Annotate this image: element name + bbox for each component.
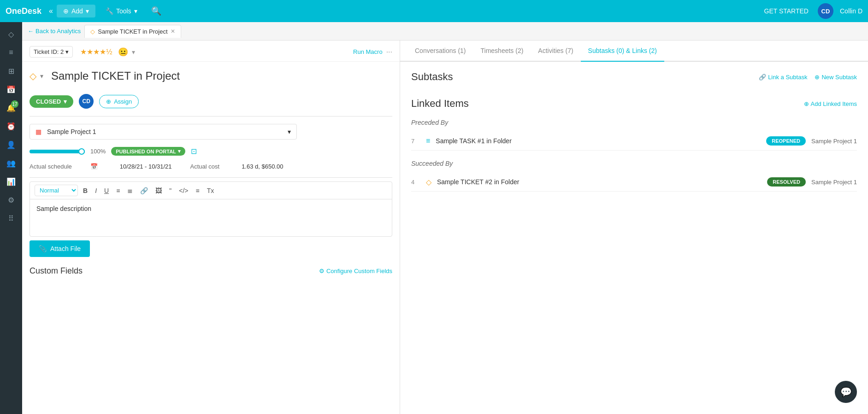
ticket-title-area: ◇ ▾ bbox=[22, 62, 400, 90]
status-button[interactable]: CLOSED ▾ bbox=[30, 95, 73, 108]
sidebar-item-apps[interactable]: ⠿ bbox=[3, 210, 19, 227]
chevron-down-icon: ▾ bbox=[65, 48, 69, 55]
project-row: ▦ Sample Project 1 ▾ bbox=[22, 120, 400, 143]
actual-cost-value: 1.63 d, $650.00 bbox=[242, 163, 283, 170]
sidebar-item-charts[interactable]: 📊 bbox=[3, 173, 19, 190]
linked-items-section: Linked Items ⊕ Add Linked Items Preceded… bbox=[411, 98, 857, 192]
plus-circle-icon: ⊕ bbox=[106, 98, 111, 105]
project-select[interactable]: ▦ Sample Project 1 ▾ bbox=[30, 124, 297, 140]
linked-items-title: Linked Items bbox=[411, 98, 469, 110]
image-button[interactable]: 🖼 bbox=[153, 186, 164, 196]
username-label: Collin D bbox=[840, 7, 862, 15]
ticket-title-input[interactable] bbox=[47, 67, 392, 85]
progress-percentage: 100% bbox=[90, 148, 106, 155]
linked-item-row: 7 ≡ Sample TASK #1 in Folder REOPENED Sa… bbox=[411, 132, 857, 151]
ticket-tab[interactable]: ◇ Sample TICKET in Project ✕ bbox=[84, 25, 181, 38]
arrow-left-icon: ← bbox=[28, 28, 34, 35]
divider-1 bbox=[30, 116, 392, 117]
star-rating[interactable]: ★★★★½ bbox=[80, 47, 112, 56]
format-select[interactable]: Normal Heading 1 Heading 2 bbox=[35, 185, 78, 196]
plus-circle-icon: ⊕ bbox=[815, 74, 820, 81]
subtask-actions: 🔗 Link a Subtask ⊕ New Subtask bbox=[759, 74, 857, 81]
list-icon: ≡ bbox=[9, 48, 13, 57]
add-button[interactable]: ⊕ Add ▾ bbox=[57, 5, 95, 17]
project-icon: ▦ bbox=[35, 128, 41, 135]
item-project: Sample Project 1 bbox=[811, 179, 857, 186]
portal-badge[interactable]: PUBLISHED ON PORTAL ▾ bbox=[111, 147, 185, 156]
progress-fill bbox=[30, 150, 85, 153]
ticket-icon: ◇ bbox=[8, 30, 14, 39]
assignee-avatar: CD bbox=[79, 94, 94, 109]
tab-conversations[interactable]: Conversations (1) bbox=[407, 41, 473, 62]
new-subtask-button[interactable]: ⊕ New Subtask bbox=[815, 74, 857, 81]
tab-activities[interactable]: Activities (7) bbox=[531, 41, 580, 62]
tools-button[interactable]: 🔧 Tools ▾ bbox=[99, 5, 144, 17]
unordered-list-button[interactable]: ≣ bbox=[125, 186, 135, 196]
progress-bar[interactable] bbox=[30, 150, 85, 153]
person-icon: 👤 bbox=[6, 140, 16, 149]
attach-file-button[interactable]: 📎 Attach File bbox=[30, 240, 90, 257]
link-button[interactable]: 🔗 bbox=[138, 186, 150, 196]
item-name: Sample TASK #1 in Folder bbox=[436, 137, 761, 145]
editor-content[interactable]: Sample description bbox=[30, 199, 392, 236]
collapse-button[interactable]: « bbox=[49, 7, 53, 15]
schedule-row: Actual schedule 📅 10/28/21 - 10/31/21 Ac… bbox=[22, 159, 400, 174]
sidebar-item-tickets[interactable]: ◇ bbox=[3, 26, 19, 42]
succeeded-by-label: Succeeded By bbox=[411, 160, 857, 167]
tab-timesheets[interactable]: Timesheets (2) bbox=[473, 41, 531, 62]
tab-close-button[interactable]: ✕ bbox=[171, 28, 175, 35]
sidebar-item-grid[interactable]: ⊞ bbox=[3, 63, 19, 79]
item-name: Sample TICKET #2 in Folder bbox=[437, 178, 762, 186]
search-button[interactable]: 🔍 bbox=[151, 6, 161, 16]
chat-button[interactable]: 💬 bbox=[835, 381, 857, 403]
underline-button[interactable]: U bbox=[102, 186, 111, 196]
ticket-id-button[interactable]: Ticket ID: 2 ▾ bbox=[30, 46, 73, 58]
chevron-down-icon: ▾ bbox=[64, 98, 67, 105]
get-started-link[interactable]: GET STARTED bbox=[764, 7, 809, 15]
italic-button[interactable]: I bbox=[93, 186, 99, 196]
chevron-down-icon[interactable]: ▾ bbox=[40, 72, 43, 80]
user-avatar[interactable]: CD bbox=[818, 3, 833, 19]
subtasks-title: Subtasks bbox=[411, 71, 453, 83]
link-subtask-button[interactable]: 🔗 Link a Subtask bbox=[759, 74, 807, 81]
ticket-actions: CLOSED ▾ CD ⊕ Assign bbox=[22, 90, 400, 112]
add-linked-items-button[interactable]: ⊕ Add Linked Items bbox=[804, 100, 857, 107]
back-to-analytics-link[interactable]: ← Back to Analytics bbox=[28, 28, 81, 35]
actual-schedule-label: Actual schedule bbox=[30, 163, 72, 170]
left-panel: Ticket ID: 2 ▾ ★★★★½ 😐 ▾ Run Macro ··· ◇… bbox=[22, 41, 400, 414]
tab-bar: ← Back to Analytics ◇ Sample TICKET in P… bbox=[22, 22, 868, 41]
quote-button[interactable]: " bbox=[167, 186, 174, 196]
preceded-by-label: Preceded By bbox=[411, 119, 857, 126]
actual-schedule-value: 10/28/21 - 10/31/21 bbox=[120, 163, 172, 170]
plus-circle-icon: ⊕ bbox=[804, 100, 809, 107]
clear-format-button[interactable]: Tx bbox=[205, 186, 217, 196]
ordered-list-button[interactable]: ≡ bbox=[114, 186, 122, 196]
sidebar-item-settings[interactable]: ⚙ bbox=[3, 192, 19, 208]
sidebar-item-notifications[interactable]: 🔔 17 bbox=[3, 99, 19, 116]
chat-icon: 💬 bbox=[840, 386, 852, 397]
tab-subtasks-links[interactable]: Subtasks (0) & Links (2) bbox=[581, 41, 664, 62]
sidebar-item-clock[interactable]: ⏰ bbox=[3, 118, 19, 134]
actual-cost-label: Actual cost bbox=[190, 163, 220, 170]
logo: OneDesk bbox=[6, 6, 41, 16]
sidebar: ◇ ≡ ⊞ 📅 🔔 17 ⏰ 👤 👥 📊 ⚙ ⠿ bbox=[0, 22, 22, 414]
configure-custom-fields-button[interactable]: ⚙ Configure Custom Fields bbox=[319, 268, 392, 274]
assign-button[interactable]: ⊕ Assign bbox=[99, 95, 139, 108]
emoji-button[interactable]: 😐 bbox=[118, 47, 128, 57]
code-button[interactable]: </> bbox=[177, 186, 190, 196]
align-button[interactable]: ≡ bbox=[194, 186, 202, 196]
bold-button[interactable]: B bbox=[81, 186, 90, 196]
more-options-button[interactable]: ··· bbox=[386, 48, 392, 56]
sidebar-item-people[interactable]: 👥 bbox=[3, 155, 19, 171]
sidebar-item-person[interactable]: 👤 bbox=[3, 136, 19, 153]
progress-handle[interactable] bbox=[78, 148, 85, 155]
sidebar-item-calendar[interactable]: 📅 bbox=[3, 81, 19, 98]
share-icon: ⊡ bbox=[191, 147, 197, 155]
item-number: 7 bbox=[411, 138, 420, 145]
gear-icon: ⚙ bbox=[319, 268, 325, 274]
sidebar-item-list[interactable]: ≡ bbox=[3, 44, 19, 61]
share-button[interactable]: ⊡ bbox=[191, 147, 197, 156]
settings-icon: ⚙ bbox=[8, 196, 14, 204]
run-macro-button[interactable]: Run Macro bbox=[353, 48, 383, 55]
people-icon: 👥 bbox=[6, 159, 16, 168]
